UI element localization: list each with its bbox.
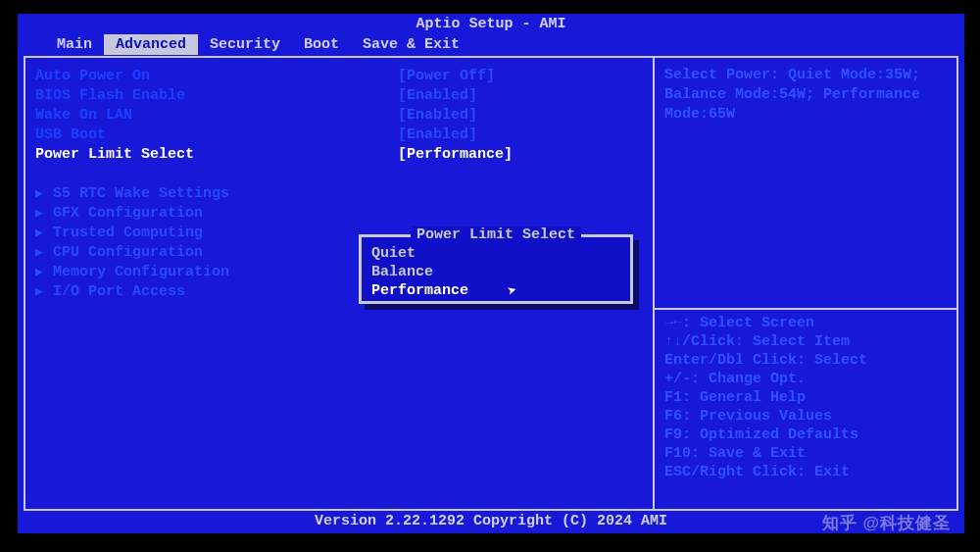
- triangle-right-icon: ▶: [35, 283, 53, 299]
- setting-label: Wake On LAN: [35, 107, 398, 124]
- keybind-row: ↑↓/Click: Select Item: [664, 332, 947, 351]
- setting-value: [Enabled]: [398, 107, 477, 124]
- bios-screen: Aptio Setup - AMI Main Advanced Security…: [18, 14, 964, 533]
- menu-advanced[interactable]: Advanced: [104, 34, 198, 55]
- keybind-row: Enter/Dbl Click: Select: [664, 351, 947, 370]
- menu-save-exit[interactable]: Save & Exit: [351, 34, 471, 55]
- settings-panel: Auto Power On [Power Off] BIOS Flash Ena…: [25, 58, 653, 509]
- keybind-row: ESC/Right Click: Exit: [664, 463, 947, 481]
- triangle-right-icon: ▶: [35, 264, 53, 279]
- menu-bar: Main Advanced Security Boot Save & Exit: [18, 32, 964, 56]
- triangle-right-icon: ▶: [35, 244, 53, 260]
- keybind-row: F10: Save & Exit: [664, 444, 947, 463]
- power-limit-popup: Power Limit Select Quiet Balance Perform…: [359, 234, 633, 304]
- triangle-right-icon: ▶: [35, 225, 53, 240]
- keybind-row: →←: Select Screen: [664, 314, 947, 332]
- popup-item-balance[interactable]: Balance: [362, 264, 630, 282]
- setting-power-limit[interactable]: Power Limit Select [Performance]: [35, 144, 643, 164]
- title-bar: Aptio Setup - AMI: [18, 14, 964, 32]
- keybind-row: F6: Previous Values: [664, 407, 947, 426]
- setting-bios-flash[interactable]: BIOS Flash Enable [Enabled]: [35, 85, 643, 105]
- submenu-label: I/O Port Access: [53, 283, 185, 300]
- popup-item-performance[interactable]: Performance: [362, 282, 630, 301]
- setting-usb-boot[interactable]: USB Boot [Enabled]: [35, 125, 643, 144]
- popup-item-quiet[interactable]: Quiet: [362, 245, 630, 264]
- setting-value: [Enabled]: [398, 87, 477, 104]
- popup-title: Power Limit Select: [362, 226, 630, 243]
- submenu-gfx[interactable]: ▶ GFX Configuration: [35, 203, 643, 223]
- setting-label: USB Boot: [35, 126, 398, 143]
- help-text: Select Power: Quiet Mode:35W; Balance Mo…: [664, 66, 947, 125]
- help-panel: Select Power: Quiet Mode:35W; Balance Mo…: [653, 58, 956, 509]
- triangle-right-icon: ▶: [35, 205, 53, 221]
- setting-label: Power Limit Select: [35, 146, 398, 163]
- submenu-label: CPU Configuration: [53, 244, 203, 261]
- separator: [655, 308, 956, 310]
- menu-main[interactable]: Main: [45, 34, 104, 55]
- setting-value: [Performance]: [398, 146, 513, 163]
- setting-label: BIOS Flash Enable: [35, 87, 398, 104]
- submenu-label: Trusted Computing: [53, 225, 203, 241]
- keybind-row: +/-: Change Opt.: [664, 370, 947, 388]
- watermark: 知乎 @科技健圣: [822, 512, 951, 534]
- submenu-label: Memory Configuration: [53, 264, 229, 280]
- keybinds: →←: Select Screen ↑↓/Click: Select Item …: [664, 304, 947, 501]
- setting-value: [Enabled]: [398, 126, 477, 143]
- setting-wake-on-lan[interactable]: Wake On LAN [Enabled]: [35, 105, 643, 125]
- keybind-row: F9: Optimized Defaults: [664, 426, 947, 444]
- keybind-row: F1: General Help: [664, 388, 947, 407]
- submenu-label: S5 RTC Wake Settings: [53, 185, 229, 202]
- setting-label: Auto Power On: [35, 68, 398, 84]
- triangle-right-icon: ▶: [35, 185, 53, 201]
- submenu-label: GFX Configuration: [53, 205, 203, 222]
- content-area: Auto Power On [Power Off] BIOS Flash Ena…: [24, 56, 958, 511]
- menu-boot[interactable]: Boot: [292, 34, 351, 55]
- setting-auto-power-on[interactable]: Auto Power On [Power Off]: [35, 66, 643, 85]
- setting-value: [Power Off]: [398, 68, 495, 84]
- menu-security[interactable]: Security: [198, 34, 292, 55]
- submenu-s5-rtc[interactable]: ▶ S5 RTC Wake Settings: [35, 183, 643, 203]
